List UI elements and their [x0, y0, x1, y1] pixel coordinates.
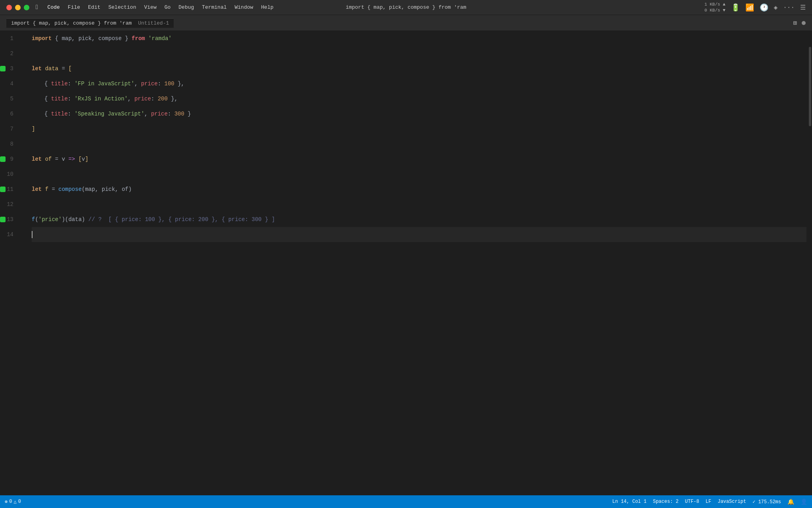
- prop-price-1: price: [141, 81, 158, 87]
- menu-apple[interactable]: : [36, 4, 40, 11]
- prop-title-2: title: [51, 96, 68, 102]
- gutter-row-9: 9: [0, 152, 24, 167]
- gutter-row-8: 8: [0, 137, 24, 152]
- list-icon[interactable]: ☰: [800, 4, 806, 12]
- keyword-from: from: [132, 35, 145, 42]
- titlebar-right: 1 KB/s ▲0 KB/s ▼ 🔋 📶 🕐 ◈ ··· ☰: [705, 2, 806, 13]
- var-of: of: [45, 156, 52, 162]
- code-line-3: let data = [: [32, 61, 806, 76]
- var-data: data: [45, 65, 59, 72]
- keyword-let-9: let: [32, 156, 42, 162]
- gutter-row-14: 14: [0, 227, 24, 242]
- tab-untitled-1[interactable]: import { map, pick, compose } from 'ram …: [6, 18, 174, 28]
- line-num-2: 2: [0, 50, 17, 57]
- code-line-7: ]: [32, 121, 806, 137]
- prop-title-3: title: [51, 111, 68, 117]
- menu-code[interactable]: Code: [48, 4, 60, 10]
- editor-content: 1 2 3 4 5 6 7: [0, 31, 806, 495]
- str-fp-js: 'FP in JavaScript': [75, 81, 134, 87]
- code-line-14[interactable]: [32, 227, 806, 242]
- menu-terminal[interactable]: Terminal: [202, 4, 226, 10]
- scrollbar-thumb[interactable]: [809, 47, 811, 126]
- breakpoint-3[interactable]: [0, 66, 6, 71]
- menu-debug[interactable]: Debug: [178, 4, 194, 10]
- breakpoint-9[interactable]: [0, 156, 6, 162]
- var-f: f: [45, 186, 48, 192]
- code-line-2: [32, 46, 806, 61]
- prop-price-3: price: [151, 111, 168, 117]
- line-num-7: 7: [0, 126, 17, 132]
- code-line-8: [32, 137, 806, 152]
- code-content[interactable]: import { map, pick, compose } from 'ramd…: [24, 31, 806, 495]
- str-speaking-js: 'Speaking JavaScript': [75, 111, 144, 117]
- traffic-lights: [6, 5, 29, 10]
- editor-scrollbar[interactable]: [806, 31, 812, 495]
- gutter-row-10: 10: [0, 167, 24, 182]
- menu-edit[interactable]: Edit: [88, 4, 100, 10]
- breakpoint-13[interactable]: [0, 217, 6, 222]
- menu-go[interactable]: Go: [165, 4, 171, 10]
- str-price: 'price': [38, 216, 62, 223]
- warn-number: 0: [18, 499, 21, 504]
- fn-call-f: f: [32, 216, 35, 223]
- language-mode[interactable]: JavaScript: [718, 499, 746, 504]
- encoding[interactable]: UTF-8: [685, 499, 699, 504]
- code-line-13: f ( 'price' )( data ) // ? [ { price: 10…: [32, 212, 806, 227]
- code-line-9: let of = v => [ v ]: [32, 152, 806, 167]
- line-num-14: 14: [0, 231, 17, 238]
- tab-filename: import { map, pick, compose } from 'ram: [11, 20, 132, 26]
- person-icon[interactable]: 👤: [801, 498, 807, 505]
- maximize-button[interactable]: [24, 5, 29, 10]
- tabbar: import { map, pick, compose } from 'ram …: [0, 15, 812, 31]
- keyword-import: import: [32, 35, 52, 42]
- code-line-6: { title : 'Speaking JavaScript' , price …: [32, 106, 806, 121]
- menu-file[interactable]: File: [68, 4, 80, 10]
- tabs: import { map, pick, compose } from 'ram …: [6, 18, 174, 28]
- line-num-4: 4: [0, 81, 17, 87]
- param-v: v: [62, 156, 65, 162]
- minimize-button[interactable]: [15, 5, 21, 10]
- cursor-position[interactable]: Ln 14, Col 1: [612, 499, 646, 504]
- menu-window[interactable]: Window: [235, 4, 253, 10]
- split-editor-icon[interactable]: ⊞: [793, 19, 797, 27]
- network-speed: 1 KB/s ▲0 KB/s ▼: [705, 2, 726, 13]
- breakpoint-11[interactable]: [0, 187, 6, 192]
- line-num-5: 5: [0, 96, 17, 102]
- titlebar-title: import { map, pick, compose } from 'ram: [346, 4, 466, 10]
- code-line-5: { title : 'RxJS in Action' , price : 200…: [32, 91, 806, 106]
- indentation[interactable]: Spaces: 2: [653, 499, 679, 504]
- code-line-4: { title : 'FP in JavaScript' , price : 1…: [32, 76, 806, 91]
- statusbar-left: ⊗ 0 △ 0: [5, 499, 21, 505]
- line-gutter: 1 2 3 4 5 6 7: [0, 31, 24, 495]
- error-icon: ⊗: [5, 499, 8, 505]
- prop-title-1: title: [51, 81, 68, 87]
- menu-selection[interactable]: Selection: [108, 4, 136, 10]
- clock-icon: 🕐: [760, 3, 768, 12]
- menu-view[interactable]: View: [144, 4, 156, 10]
- gutter-row-13: 13: [0, 212, 24, 227]
- cursor: [32, 231, 33, 238]
- close-button[interactable]: [6, 5, 12, 10]
- keyword-let-11: let: [32, 186, 42, 192]
- error-count[interactable]: ⊗ 0 △ 0: [5, 499, 21, 505]
- code-line-11: let f = compose ( map , pick , of ): [32, 182, 806, 197]
- line-num-8: 8: [0, 141, 17, 147]
- more-icon[interactable]: ···: [783, 4, 795, 11]
- notification-bell[interactable]: 🔔: [787, 498, 794, 505]
- line-num-1: 1: [0, 35, 17, 42]
- eol[interactable]: LF: [706, 499, 711, 504]
- menu-help[interactable]: Help: [261, 4, 274, 10]
- code-line-1: import { map, pick, compose } from 'ramd…: [32, 31, 806, 46]
- gutter-row-1: 1: [0, 31, 24, 46]
- wifi-icon: 📶: [745, 3, 754, 12]
- more-actions-icon[interactable]: [802, 21, 806, 25]
- fn-compose: compose: [58, 186, 82, 192]
- str-rxjs: 'RxJS in Action': [75, 96, 128, 102]
- tab-actions: ⊞: [793, 19, 806, 27]
- gutter-row-7: 7: [0, 121, 24, 137]
- warn-icon: △: [13, 499, 16, 505]
- editor: 1 2 3 4 5 6 7: [0, 31, 812, 495]
- gutter-row-3: 3: [0, 61, 24, 76]
- code-line-10: [32, 167, 806, 182]
- extension-icon: ◈: [774, 4, 778, 12]
